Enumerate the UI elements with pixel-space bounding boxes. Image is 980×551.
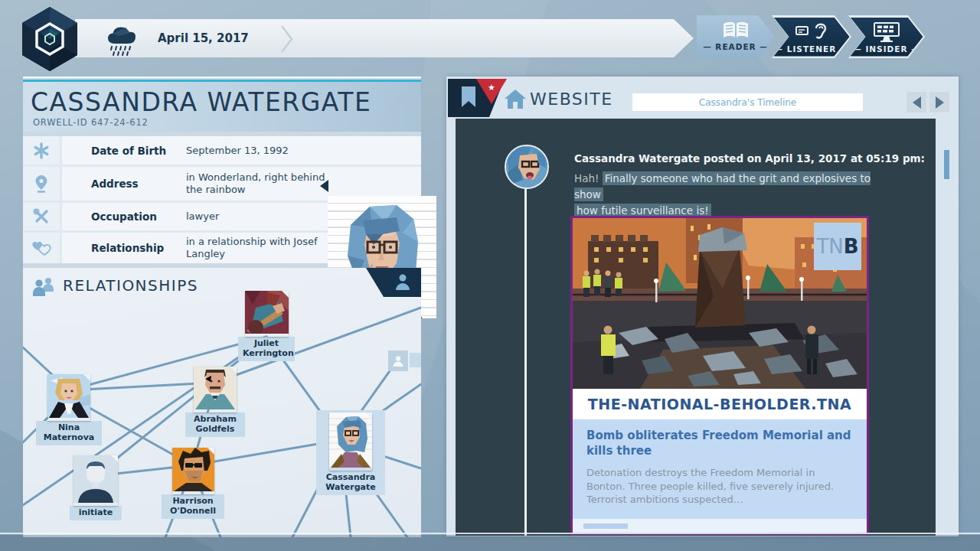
location-pin-icon [23, 167, 60, 201]
node-label: initiate [70, 506, 122, 520]
tnb-logo-b: B [844, 235, 859, 258]
news-summary: Bomb obliterates Freedom Memorial and ki… [573, 419, 867, 519]
post-highlight-datachunk[interactable]: Finally someone who had the grit and exp… [574, 171, 871, 201]
arrow-left-icon [913, 96, 921, 109]
person-placeholder-icon [393, 355, 403, 367]
tab-insider-label: — INSIDER — [853, 44, 920, 54]
star-icon: ★ [488, 83, 495, 93]
graph-node-nina[interactable]: Nina Maternova [47, 374, 90, 445]
current-date: April 15, 2017 [158, 31, 249, 45]
node-label: Abraham Goldfels [185, 412, 245, 437]
hearts-icon [23, 233, 60, 263]
website-content: Cassandra Watergate posted on April 13, … [456, 119, 936, 536]
arrow-right-icon [936, 96, 944, 109]
node-label: Cassandra Watergate [319, 471, 382, 495]
profile-datasheet: Date of Birth September 13, 1992 Address… [23, 136, 421, 263]
back-button[interactable] [906, 92, 926, 112]
tnb-logo: TNB [814, 223, 861, 270]
field-value: in a relationship with Josef Langley [186, 236, 325, 261]
news-card-scroll-thumb[interactable] [583, 523, 628, 529]
news-card-scrollstrip [573, 519, 867, 533]
field-value: lawyer [186, 210, 325, 223]
listener-ear-icon [795, 21, 828, 43]
field-label: Relationship [91, 242, 181, 254]
tab-insider[interactable]: — INSIDER — [848, 15, 925, 58]
website-section-label: WEBSITE [530, 90, 613, 109]
address-bar[interactable]: Cassandra's Timeline [632, 93, 863, 111]
field-label: Address [91, 178, 181, 190]
node-label: Juliet Kerrington [238, 337, 295, 361]
node-photo [329, 412, 372, 471]
news-card[interactable]: TNB THE-NATIONAL-BEHOLDER.TNA Bomb oblit… [570, 216, 869, 535]
home-icon[interactable] [505, 90, 526, 109]
node-label: Harrison O'Donnell [162, 494, 224, 519]
snowflake-icon [23, 136, 60, 165]
bottom-shade [0, 535, 980, 551]
news-body-text: Detonation destroys the Freedom Memorial… [586, 466, 839, 507]
bookmark-icon [462, 86, 475, 107]
field-value: in Wonderland, right behind the rainbow [186, 171, 325, 197]
tools-icon [23, 203, 60, 230]
tnb-logo-tn: TN [816, 235, 843, 258]
tab-reader-label: — READER — [703, 42, 769, 51]
relationships-panel: RELATIONSHIPS [23, 268, 421, 537]
post-avatar[interactable] [505, 145, 549, 189]
node-label: M [410, 353, 421, 367]
news-site-name[interactable]: THE-NATIONAL-BEHOLDER.TNA [573, 389, 867, 419]
node-photo [245, 291, 289, 337]
panel-scrollbar-thumb[interactable] [944, 150, 949, 179]
graph-node-harrison[interactable]: Harrison O'Donnell [172, 448, 214, 519]
tab-reader[interactable]: — READER — [697, 15, 775, 58]
graph-node-juliet[interactable]: Juliet Kerrington [244, 291, 289, 361]
forward-button[interactable] [929, 92, 949, 112]
bottom-divider [0, 533, 980, 534]
node-photo [194, 367, 237, 412]
field-label: Date of Birth [91, 145, 181, 157]
profile-header: CASSANDRA WATERGATE ORWELL-ID 647-24-612 [23, 80, 421, 132]
website-panel: ★ WEBSITE Cassandra's Timeline Cassa [446, 77, 959, 536]
graph-node-cassandra[interactable]: Cassandra Watergate [316, 410, 385, 495]
timeline-line [524, 186, 527, 536]
post-author-line: Cassandra Watergate posted on April 13, … [574, 152, 925, 165]
profile-name: CASSANDRA WATERGATE [31, 87, 371, 117]
post-text: Hah! Finally someone who had the grit an… [574, 171, 896, 219]
news-headline[interactable]: Bomb obliterates Freedom Memorial and ki… [586, 429, 853, 458]
field-value: September 13, 1992 [186, 144, 325, 156]
rain-cloud-icon [104, 24, 152, 56]
profile-panel: CASSANDRA WATERGATE ORWELL-ID 647-24-612… [23, 77, 421, 537]
tab-listener-label: — LISTENER — [775, 44, 849, 54]
graph-node-partial[interactable] [388, 350, 408, 371]
node-photo [47, 374, 90, 421]
address-bar-text: Cassandra's Timeline [699, 97, 797, 108]
datasheet-row-dob: Date of Birth September 13, 1992 [23, 136, 421, 165]
orwell-logo-icon [20, 5, 80, 73]
chevron-right-icon [280, 25, 294, 53]
profile-orwell-id: ORWELL-ID 647-24-612 [33, 117, 149, 128]
field-label: Occupation [91, 210, 181, 223]
monitor-icon [871, 21, 902, 43]
news-image: TNB [573, 218, 867, 389]
node-photo [172, 448, 214, 494]
book-icon [721, 21, 750, 41]
tab-listener[interactable]: — LISTENER — [772, 15, 851, 58]
node-photo [74, 455, 118, 506]
post-lead: Hah! [574, 172, 603, 184]
portrait-pointer [320, 180, 328, 192]
node-label: Nina Maternova [36, 421, 102, 445]
graph-node-initiate[interactable]: initiate [74, 455, 118, 520]
graph-node-abraham[interactable]: Abraham Goldfels [194, 367, 237, 437]
